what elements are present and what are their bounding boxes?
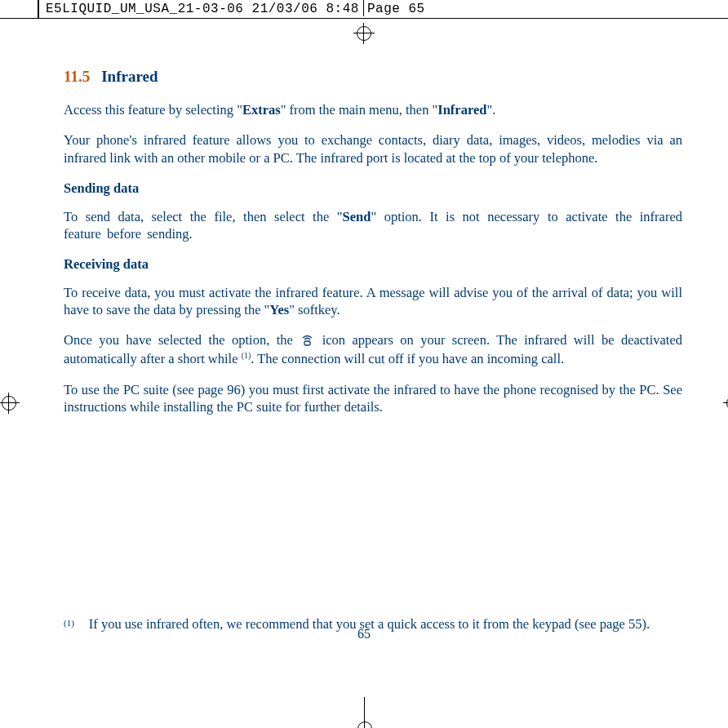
section-heading: 11.5Infrared [64,67,682,87]
svg-rect-0 [304,341,310,345]
infrared-icon [301,333,313,350]
paragraph-intro: Access this feature by selecting "Extras… [64,101,682,118]
header-vertical-rule [38,0,39,18]
paragraph-sending: To send data, select the file, then sele… [64,208,682,242]
page-content: 11.5Infrared Access this feature by sele… [64,67,682,428]
page-number: 65 [0,627,728,641]
paragraph-receiving: To receive data, you must activate the i… [64,284,682,318]
section-number: 11.5 [64,68,90,85]
paragraph-pcsuite: To use the PC suite (see page 96) you mu… [64,381,682,415]
section-name: Infrared [101,68,158,85]
print-header: E5LIQUID_UM_USA_21-03-06 21/03/06 8:48 P… [46,2,425,16]
paragraph-icon: Once you have selected the option, the i… [64,331,682,367]
paragraph-description: Your phone's infrared feature allows you… [64,131,682,166]
subheading-receiving: Receiving data [64,255,682,273]
subheading-sending: Sending data [64,180,682,197]
crop-mark-top [357,16,371,39]
